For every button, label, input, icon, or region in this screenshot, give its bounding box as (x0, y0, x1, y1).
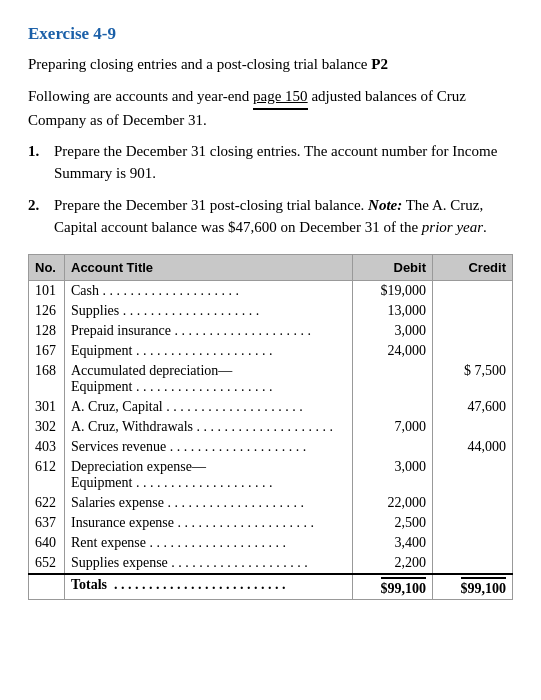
table-row-title: Services revenue . . . . . . . . . . . .… (65, 437, 353, 457)
intro-text: Preparing closing entries and a post-clo… (28, 54, 513, 76)
table-row-title: Depreciation expense—Equipment . . . . .… (65, 457, 353, 493)
exercise-title: Exercise 4-9 (28, 24, 513, 44)
table-row-debit: 24,000 (353, 341, 433, 361)
item-1-text: Prepare the December 31 closing entries.… (54, 141, 513, 185)
table-row-credit (433, 321, 513, 341)
table-row-debit: $99,100 (353, 574, 433, 600)
table-row-credit (433, 533, 513, 553)
table-row-debit (353, 397, 433, 417)
col-header-title: Account Title (65, 255, 353, 281)
table-row-credit (433, 417, 513, 437)
table-row-title: Cash . . . . . . . . . . . . . . . . . .… (65, 281, 353, 302)
table-row-credit (433, 341, 513, 361)
item-1: 1. Prepare the December 31 closing entri… (28, 141, 513, 185)
table-row-debit: 2,200 (353, 553, 433, 574)
table-row-title: A. Cruz, Capital . . . . . . . . . . . .… (65, 397, 353, 417)
table-row-no: 168 (29, 361, 65, 397)
table-row-debit (353, 361, 433, 397)
accounts-table: No. Account Title Debit Credit 101Cash .… (28, 254, 513, 600)
table-row-credit (433, 553, 513, 574)
table-row-title: A. Cruz, Withdrawals . . . . . . . . . .… (65, 417, 353, 437)
col-header-debit: Debit (353, 255, 433, 281)
table-row-debit: 3,000 (353, 457, 433, 493)
item-2-number: 2. (28, 195, 54, 239)
table-row-debit (353, 437, 433, 457)
table-row-debit: 22,000 (353, 493, 433, 513)
table-row-debit: 2,500 (353, 513, 433, 533)
table-row-title: Supplies expense . . . . . . . . . . . .… (65, 553, 353, 574)
table-row-credit (433, 301, 513, 321)
table-row-title: Insurance expense . . . . . . . . . . . … (65, 513, 353, 533)
col-header-credit: Credit (433, 255, 513, 281)
table-row-no: 622 (29, 493, 65, 513)
table-row-credit: 47,600 (433, 397, 513, 417)
table-row-credit (433, 281, 513, 302)
table-row-no: 403 (29, 437, 65, 457)
table-row-credit: $99,100 (433, 574, 513, 600)
table-row-debit: 13,000 (353, 301, 433, 321)
table-row-no (29, 574, 65, 600)
table-row-debit: 3,000 (353, 321, 433, 341)
table-row-credit (433, 493, 513, 513)
table-row-no: 167 (29, 341, 65, 361)
table-row-credit: 44,000 (433, 437, 513, 457)
table-row-title: Totals . . . . . . . . . . . . . . . . .… (65, 574, 353, 600)
table-row-debit: 3,400 (353, 533, 433, 553)
col-header-no: No. (29, 255, 65, 281)
table-row-no: 101 (29, 281, 65, 302)
following-text: Following are accounts and year-end page… (28, 86, 513, 132)
item-2-text: Prepare the December 31 post-closing tri… (54, 195, 513, 239)
table-row-no: 126 (29, 301, 65, 321)
table-row-title: Prepaid insurance . . . . . . . . . . . … (65, 321, 353, 341)
table-row-no: 612 (29, 457, 65, 493)
table-row-no: 640 (29, 533, 65, 553)
table-row-no: 637 (29, 513, 65, 533)
table-row-no: 301 (29, 397, 65, 417)
table-row-title: Supplies . . . . . . . . . . . . . . . .… (65, 301, 353, 321)
table-row-credit (433, 513, 513, 533)
table-row-title: Accumulated depreciation—Equipment . . .… (65, 361, 353, 397)
table-row-title: Rent expense . . . . . . . . . . . . . .… (65, 533, 353, 553)
table-row-no: 652 (29, 553, 65, 574)
item-1-number: 1. (28, 141, 54, 185)
table-row-title: Salaries expense . . . . . . . . . . . .… (65, 493, 353, 513)
table-row-debit: 7,000 (353, 417, 433, 437)
table-container: No. Account Title Debit Credit 101Cash .… (28, 254, 513, 600)
table-row-credit (433, 457, 513, 493)
table-row-credit: $ 7,500 (433, 361, 513, 397)
table-row-title: Equipment . . . . . . . . . . . . . . . … (65, 341, 353, 361)
table-row-no: 128 (29, 321, 65, 341)
table-row-no: 302 (29, 417, 65, 437)
table-row-debit: $19,000 (353, 281, 433, 302)
item-2: 2. Prepare the December 31 post-closing … (28, 195, 513, 239)
